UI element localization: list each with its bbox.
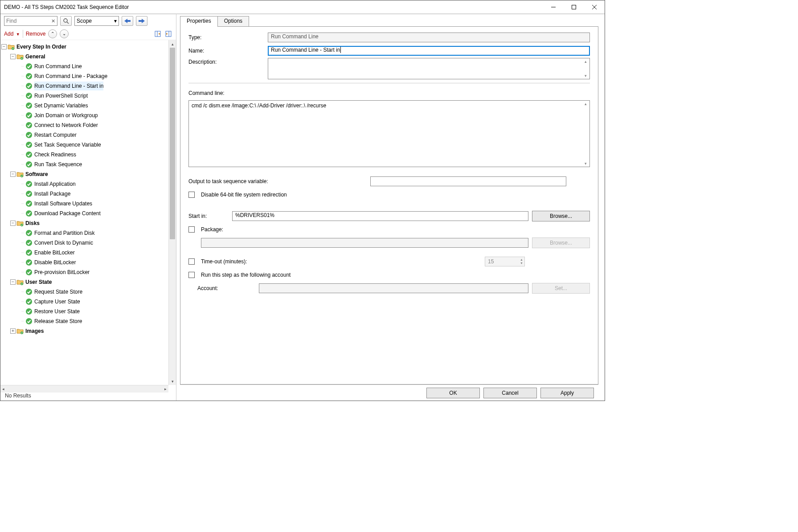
output-var-input[interactable] <box>370 176 566 186</box>
find-box[interactable]: ✕ <box>4 16 57 26</box>
name-input[interactable]: Run Command Line - Start in <box>268 46 590 56</box>
runas-label: Run this step as the following account <box>201 272 291 278</box>
startin-input[interactable]: %DRIVERS01% <box>232 211 528 221</box>
tree-item[interactable]: ┈Run Command Line - Package <box>1 71 168 81</box>
scope-label: Scope <box>77 18 92 24</box>
collapse-up-button[interactable]: ⌃ <box>48 29 57 38</box>
tree-group[interactable]: −General <box>1 52 168 61</box>
tree-item[interactable]: ┈Request State Store <box>1 287 168 297</box>
tree-item[interactable]: ┈Install Software Updates <box>1 199 168 209</box>
tree-group[interactable]: −Disks <box>1 218 168 228</box>
commandline-label: Command line: <box>188 90 225 96</box>
check-icon <box>25 298 33 305</box>
horizontal-scrollbar[interactable]: ◂▸ <box>0 385 168 393</box>
check-icon <box>25 161 33 168</box>
scroll-thumb[interactable] <box>170 48 175 239</box>
minimize-button[interactable] <box>543 0 564 14</box>
nav-back-button[interactable] <box>122 16 133 26</box>
svg-point-18 <box>26 83 32 89</box>
svg-point-34 <box>26 240 32 246</box>
package-checkbox[interactable] <box>188 226 195 233</box>
tree-item[interactable]: ┈Set Dynamic Variables <box>1 101 168 110</box>
chevron-down-icon: ▾ <box>114 18 117 24</box>
tree-item[interactable]: ┈Format and Partition Disk <box>1 228 168 238</box>
runas-checkbox[interactable] <box>188 272 195 278</box>
folder-icon <box>16 171 24 177</box>
tree-item[interactable]: ┈Disable BitLocker <box>1 258 168 267</box>
commandline-input[interactable]: cmd /c dism.exe /image:C:\ /Add-Driver /… <box>188 100 590 167</box>
content: ✕ Scope▾ Add ▼ Remove ⌃ ⌄ −Every Step In… <box>0 14 605 401</box>
startin-browse-button[interactable]: Browse... <box>532 211 590 221</box>
svg-point-28 <box>26 181 32 187</box>
check-icon <box>25 63 33 70</box>
svg-point-23 <box>26 132 32 138</box>
nav-fwd-button[interactable] <box>136 16 147 26</box>
tree-item[interactable]: ┈Download Package Content <box>1 209 168 218</box>
tree-group[interactable]: +Images <box>1 326 168 336</box>
tree-item[interactable]: ┈Run Task Sequence <box>1 160 168 169</box>
tree-item[interactable]: ┈Run PowerShell Script <box>1 91 168 101</box>
tree-item[interactable]: ┈Connect to Network Folder <box>1 120 168 130</box>
tree-item[interactable]: ┈Release State Store <box>1 316 168 326</box>
svg-point-4 <box>64 19 67 22</box>
find-clear-icon[interactable]: ✕ <box>49 18 57 24</box>
tree-item[interactable]: ┈Pre-provision BitLocker <box>1 267 168 277</box>
check-icon <box>25 288 33 295</box>
tree-root[interactable]: −Every Step In Order <box>1 42 168 52</box>
titlebar: DEMO - All TS Steps CM2002 Task Sequence… <box>0 0 605 14</box>
svg-point-16 <box>26 63 32 70</box>
tree-item[interactable]: ┈Install Package <box>1 189 168 199</box>
check-icon <box>25 190 33 197</box>
panel-toggle-1-icon[interactable] <box>154 29 162 39</box>
description-label: Description: <box>188 58 264 65</box>
add-button[interactable]: Add ▼ <box>4 31 20 37</box>
cancel-button[interactable]: Cancel <box>483 388 537 398</box>
search-button[interactable] <box>60 16 72 26</box>
close-button[interactable] <box>584 0 605 14</box>
folder-icon <box>16 279 24 285</box>
tree-item[interactable]: ┈Capture User State <box>1 297 168 307</box>
left-pane: ✕ Scope▾ Add ▼ Remove ⌃ ⌄ −Every Step In… <box>0 14 176 401</box>
expand-down-button[interactable]: ⌄ <box>60 29 69 38</box>
vertical-scrollbar[interactable]: ▴ ▾ <box>168 40 176 385</box>
tree-item[interactable]: ┈Run Command Line - Start in <box>1 81 168 91</box>
tree-item[interactable]: ┈Join Domain or Workgroup <box>1 110 168 120</box>
scope-dropdown[interactable]: Scope▾ <box>74 16 119 26</box>
tree-item[interactable]: ┈Restore User State <box>1 307 168 316</box>
tree-group[interactable]: −User State <box>1 277 168 287</box>
tree-item[interactable]: ┈Install Application <box>1 179 168 189</box>
ok-button[interactable]: OK <box>426 388 480 398</box>
svg-point-41 <box>26 308 32 315</box>
check-icon <box>25 73 33 80</box>
tree-item[interactable]: ┈Restart Computer <box>1 130 168 140</box>
type-label: Type: <box>188 34 264 41</box>
scroll-down-icon[interactable]: ▾ <box>169 377 176 385</box>
set-account-button: Set... <box>532 283 590 294</box>
maximize-button[interactable] <box>564 0 584 14</box>
scroll-up-icon[interactable]: ▴ <box>169 40 176 48</box>
find-input[interactable] <box>4 18 49 24</box>
panel-toggle-2-icon[interactable] <box>164 29 172 39</box>
check-icon <box>25 318 33 325</box>
svg-point-25 <box>26 151 32 158</box>
svg-point-17 <box>26 73 32 79</box>
tab-properties[interactable]: Properties <box>180 16 218 27</box>
tree-item[interactable]: ┈Run Command Line <box>1 61 168 71</box>
tab-options[interactable]: Options <box>217 16 249 27</box>
type-value: Run Command Line <box>268 33 590 42</box>
description-input[interactable]: ▴▾ <box>268 58 590 79</box>
folder-icon <box>16 220 24 226</box>
disable64-checkbox[interactable] <box>188 192 195 198</box>
folder-icon <box>16 53 24 60</box>
tree-item[interactable]: ┈Set Task Sequence Variable <box>1 140 168 150</box>
remove-button[interactable]: Remove <box>26 31 46 37</box>
tree-item[interactable]: ┈Check Readiness <box>1 150 168 160</box>
task-sequence-tree[interactable]: −Every Step In Order−General┈Run Command… <box>0 40 168 385</box>
timeout-checkbox[interactable] <box>188 258 195 265</box>
tree-group[interactable]: −Software <box>1 169 168 179</box>
tree-item[interactable]: ┈Enable BitLocker <box>1 248 168 258</box>
status-text: No Results <box>0 393 176 401</box>
divider <box>23 30 23 38</box>
apply-button[interactable]: Apply <box>540 388 594 398</box>
tree-item[interactable]: ┈Convert Disk to Dynamic <box>1 238 168 248</box>
